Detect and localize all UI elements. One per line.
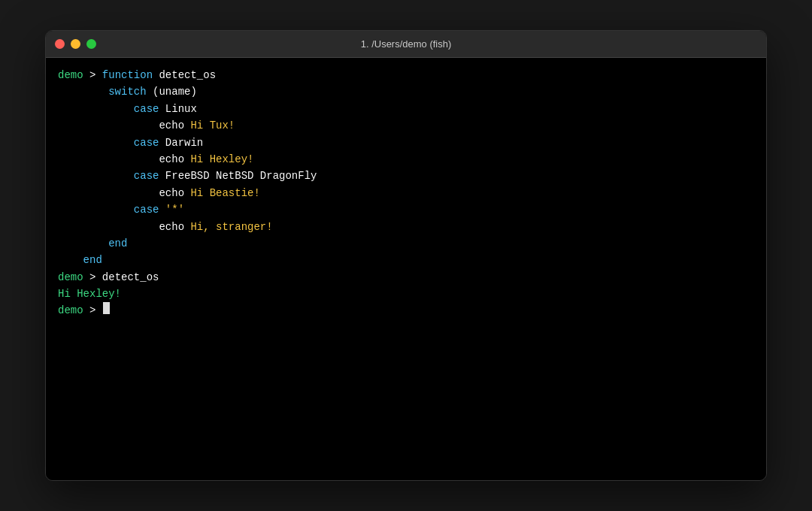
echo-arg: Hi Tux! xyxy=(190,117,235,134)
indent xyxy=(58,219,159,235)
line-7: case FreeBSD NetBSD DragonFly xyxy=(58,168,754,184)
case-keyword: case xyxy=(134,168,159,184)
line-3: case Linux xyxy=(58,101,754,117)
prompt-arrow: > xyxy=(83,67,102,83)
prompt-demo: demo xyxy=(58,302,83,319)
echo-cmd: echo xyxy=(159,185,190,201)
echo-arg: Hi Hexley! xyxy=(190,151,253,168)
line-13: demo > detect_os xyxy=(58,269,754,286)
prompt-arrow: > xyxy=(83,269,102,286)
line-2: switch (uname) xyxy=(58,83,754,100)
prompt-demo: demo xyxy=(58,269,83,286)
case-arg: FreeBSD NetBSD DragonFly xyxy=(159,168,317,184)
indent xyxy=(58,135,134,151)
indent xyxy=(58,117,159,134)
indent xyxy=(58,151,159,168)
switch-keyword: switch xyxy=(108,83,146,100)
echo-cmd: echo xyxy=(159,151,190,168)
terminal-cursor xyxy=(103,302,110,314)
indent xyxy=(58,101,134,117)
indent xyxy=(58,201,134,218)
terminal-window: 1. /Users/demo (fish) demo > function de… xyxy=(45,30,767,481)
traffic-lights xyxy=(55,39,96,49)
cmd-keyword: function xyxy=(102,67,153,83)
case-wildcard: '*' xyxy=(165,201,184,218)
line-11: end xyxy=(58,235,754,252)
line-6: echo Hi Hexley! xyxy=(58,151,754,168)
line-15: demo > xyxy=(58,302,754,319)
echo-arg: Hi Beastie! xyxy=(190,185,259,201)
prompt-demo: demo xyxy=(58,67,83,83)
case-keyword: case xyxy=(134,101,159,117)
echo-cmd: echo xyxy=(159,117,190,134)
echo-arg: Hi, stranger! xyxy=(190,219,272,235)
minimize-button[interactable] xyxy=(71,39,80,49)
line-9: case '*' xyxy=(58,201,754,218)
case-arg: Linux xyxy=(159,101,196,117)
output-text: Hi Hexley! xyxy=(58,286,121,302)
line-1: demo > function detect_os xyxy=(58,67,754,83)
case-keyword: case xyxy=(134,201,159,218)
line-5: case Darwin xyxy=(58,135,754,151)
case-keyword: case xyxy=(134,135,159,151)
echo-cmd: echo xyxy=(159,219,190,235)
line-10: echo Hi, stranger! xyxy=(58,219,754,235)
window-title: 1. /Users/demo (fish) xyxy=(361,38,452,50)
end-keyword: end xyxy=(83,252,102,268)
cmd-text: detect_os xyxy=(153,67,216,83)
maximize-button[interactable] xyxy=(86,39,96,49)
indent xyxy=(58,168,134,184)
indent xyxy=(58,235,108,252)
case-arg: Darwin xyxy=(159,135,203,151)
end-keyword: end xyxy=(108,235,127,252)
close-button[interactable] xyxy=(55,39,65,49)
line-8: echo Hi Beastie! xyxy=(58,185,754,201)
run-cmd: detect_os xyxy=(102,269,159,286)
switch-arg: (uname) xyxy=(147,83,197,100)
indent xyxy=(58,185,159,201)
prompt-arrow: > xyxy=(83,302,102,319)
terminal-body[interactable]: demo > function detect_os switch (uname)… xyxy=(46,58,766,480)
line-4: echo Hi Tux! xyxy=(58,117,754,134)
line-12: end xyxy=(58,252,754,268)
indent xyxy=(58,252,83,268)
case-space xyxy=(159,201,165,218)
titlebar: 1. /Users/demo (fish) xyxy=(46,31,766,58)
line-14: Hi Hexley! xyxy=(58,286,754,302)
indent xyxy=(58,83,108,100)
